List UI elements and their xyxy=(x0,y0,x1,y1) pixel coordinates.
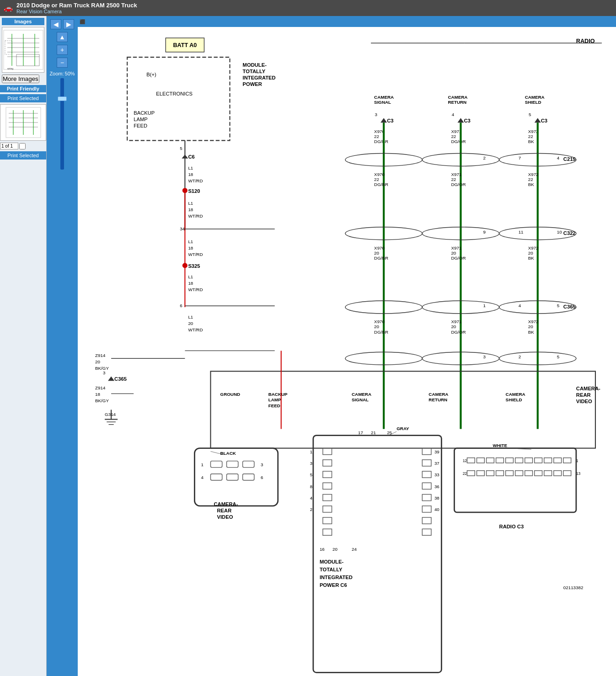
nav-left-button[interactable]: ◀ xyxy=(50,19,61,29)
svg-text:X972: X972 xyxy=(528,172,539,177)
svg-text:ELECTRONICS: ELECTRONICS xyxy=(156,91,193,96)
svg-text:6: 6 xyxy=(261,475,263,480)
svg-text:18: 18 xyxy=(188,207,193,212)
header: 🚗 2010 Dodge or Ram Truck RAM 2500 Truck… xyxy=(0,0,616,16)
svg-rect-250 xyxy=(525,471,533,476)
svg-text:BK/GY: BK/GY xyxy=(95,366,109,371)
svg-text:22: 22 xyxy=(528,177,533,182)
svg-text:4: 4 xyxy=(519,303,521,308)
svg-text:L1: L1 xyxy=(188,239,193,244)
svg-text:38: 38 xyxy=(434,495,439,500)
svg-rect-247 xyxy=(496,471,504,476)
svg-text:BK: BK xyxy=(528,139,535,144)
zoom-thumb[interactable] xyxy=(58,96,67,101)
main-container: Images wiring More I xyxy=(0,16,616,676)
svg-text:20: 20 xyxy=(374,250,379,255)
svg-text:5: 5 xyxy=(180,146,182,151)
svg-text:4: 4 xyxy=(452,112,455,117)
svg-text:3: 3 xyxy=(261,462,263,467)
nav-btn-row3: + xyxy=(56,44,68,55)
svg-rect-234 xyxy=(477,458,484,463)
svg-rect-235 xyxy=(487,458,494,463)
svg-text:CAMERA: CAMERA xyxy=(506,392,525,397)
page-counter-checkbox[interactable] xyxy=(19,143,26,149)
wiring-diagram: BATT A0 MODULE- TOTALLY INTEGRATED POWER… xyxy=(82,32,608,676)
nav-btn-row4: − xyxy=(56,57,68,68)
svg-text:37: 37 xyxy=(434,461,439,466)
svg-text:DG/BR: DG/BR xyxy=(374,139,388,144)
svg-rect-205 xyxy=(422,506,431,512)
svg-text:REAR: REAR xyxy=(217,508,232,513)
svg-text:C6: C6 xyxy=(188,154,194,160)
svg-text:CAMERA: CAMERA xyxy=(374,95,394,100)
svg-rect-196 xyxy=(323,495,332,501)
diagram-area: ⬛ BATT A0 MODULE- TOTALLY INTEGRATED POW… xyxy=(78,16,616,676)
svg-rect-177 xyxy=(227,461,238,468)
svg-rect-242 xyxy=(554,458,562,463)
svg-rect-248 xyxy=(506,471,514,476)
page-counter-row xyxy=(0,143,46,149)
svg-text:X971: X971 xyxy=(451,319,461,324)
nav-minus-button[interactable]: − xyxy=(57,58,68,68)
svg-rect-236 xyxy=(496,458,504,463)
svg-point-39 xyxy=(182,188,187,193)
nav-up-button[interactable]: ▲ xyxy=(57,32,68,42)
diagram-scroll-bar[interactable]: ⬛ xyxy=(78,16,616,27)
svg-text:BK: BK xyxy=(528,182,535,187)
zoom-value: 50% xyxy=(65,71,75,76)
svg-rect-198 xyxy=(323,517,332,524)
nav-right-button[interactable]: ▶ xyxy=(63,19,74,29)
svg-rect-195 xyxy=(323,483,332,489)
svg-text:2: 2 xyxy=(310,507,312,512)
nav-plus-button[interactable]: + xyxy=(57,45,68,55)
svg-text:Z914: Z914 xyxy=(95,385,106,390)
svg-text:X972: X972 xyxy=(528,319,539,324)
svg-text:TOTALLY: TOTALLY xyxy=(320,567,343,572)
svg-text:BATT A0: BATT A0 xyxy=(173,42,197,48)
svg-rect-181 xyxy=(243,474,254,480)
svg-text:7: 7 xyxy=(519,155,521,160)
svg-marker-89 xyxy=(457,118,464,122)
svg-text:X972: X972 xyxy=(528,245,539,250)
more-images-button[interactable]: More Images xyxy=(2,75,39,83)
svg-text:12: 12 xyxy=(463,458,467,463)
print-selected-button-2[interactable]: Print Selected xyxy=(0,151,46,160)
svg-text:B(+): B(+) xyxy=(146,72,156,77)
svg-rect-180 xyxy=(227,474,238,480)
svg-text:BK/GY: BK/GY xyxy=(95,398,109,403)
svg-text:C365: C365 xyxy=(114,376,127,382)
print-thumbnail xyxy=(0,104,46,141)
svg-point-50 xyxy=(182,263,187,268)
print-selected-button-1[interactable]: Print Selected xyxy=(0,94,46,102)
svg-text:39: 39 xyxy=(434,449,439,454)
svg-text:5: 5 xyxy=(557,354,560,359)
svg-text:11: 11 xyxy=(519,229,524,234)
svg-text:BK: BK xyxy=(528,255,535,261)
svg-text:22: 22 xyxy=(451,134,456,139)
sidebar: Images wiring More I xyxy=(0,16,47,676)
svg-text:BK: BK xyxy=(528,330,535,335)
main-thumbnail: wiring xyxy=(2,27,44,73)
svg-rect-233 xyxy=(467,458,475,463)
svg-text:22: 22 xyxy=(374,134,379,139)
svg-text:INTEGRATED: INTEGRATED xyxy=(320,575,353,580)
svg-text:BACKUP: BACKUP xyxy=(134,110,155,116)
svg-text:40: 40 xyxy=(434,507,439,512)
svg-rect-241 xyxy=(544,458,552,463)
svg-text:X970: X970 xyxy=(374,172,385,177)
svg-text:20: 20 xyxy=(332,547,337,552)
svg-text:DG/OR: DG/OR xyxy=(451,139,466,144)
svg-rect-254 xyxy=(563,471,571,476)
page-counter-input[interactable] xyxy=(0,143,18,149)
svg-text:18: 18 xyxy=(188,245,193,250)
svg-text:L1: L1 xyxy=(188,314,193,319)
svg-rect-244 xyxy=(467,471,475,476)
svg-text:34: 34 xyxy=(180,226,185,231)
svg-text:FEED: FEED xyxy=(268,403,280,408)
svg-text:2: 2 xyxy=(519,354,521,359)
svg-text:WT/RD: WT/RD xyxy=(188,287,203,292)
zoom-toolbar: ◀ ▶ ▲ + − Zoom: 50% xyxy=(47,16,78,676)
svg-text:LAMP: LAMP xyxy=(268,397,281,402)
svg-text:21: 21 xyxy=(371,430,376,435)
svg-text:VIDEO: VIDEO xyxy=(217,514,233,520)
